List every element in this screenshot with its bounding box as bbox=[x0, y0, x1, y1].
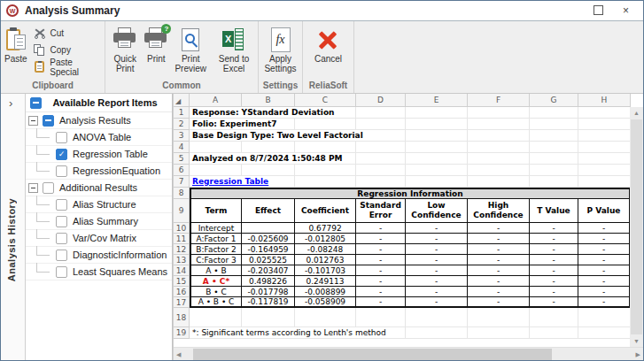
cell-F14[interactable]: - bbox=[468, 265, 530, 276]
cell-E7[interactable] bbox=[406, 176, 468, 188]
cell-D17[interactable]: - bbox=[356, 297, 406, 308]
cell-G4[interactable] bbox=[530, 142, 578, 153]
scroll-right-icon[interactable]: ▶ bbox=[636, 349, 640, 360]
checkbox-regressionequation[interactable] bbox=[56, 165, 67, 177]
cell-H15[interactable]: - bbox=[578, 276, 631, 287]
cell-H19[interactable] bbox=[578, 327, 631, 339]
cell-F2[interactable] bbox=[468, 119, 530, 130]
cell-H10[interactable]: - bbox=[578, 223, 631, 234]
cell-H17[interactable]: - bbox=[578, 297, 631, 308]
cell-E19[interactable] bbox=[406, 327, 468, 339]
checkbox-analysis-results[interactable] bbox=[43, 115, 54, 127]
cell-E1[interactable] bbox=[406, 107, 468, 119]
row-header-15[interactable]: 15 bbox=[174, 276, 190, 287]
cell-G6[interactable] bbox=[530, 165, 578, 176]
cell-D6[interactable] bbox=[356, 165, 406, 176]
cell-A12[interactable]: B:Factor 2 bbox=[190, 244, 242, 255]
cell-D15[interactable]: - bbox=[356, 276, 406, 287]
cell-F4[interactable] bbox=[468, 142, 530, 153]
cell-B18[interactable] bbox=[242, 308, 295, 327]
cell-F6[interactable] bbox=[468, 165, 530, 176]
send-to-excel-button[interactable]: X Send to Excel bbox=[212, 24, 256, 81]
checkbox-anova-table[interactable] bbox=[56, 132, 67, 143]
column-header-F[interactable]: F bbox=[468, 94, 530, 107]
collapse-expander-icon[interactable] bbox=[28, 116, 38, 126]
tree-item-var-cov-matrix[interactable]: Var/Cov Matrix bbox=[26, 230, 172, 247]
cut-button[interactable]: Cut bbox=[33, 26, 103, 41]
column-header-D[interactable]: D bbox=[356, 94, 406, 107]
column-header-H[interactable]: H bbox=[578, 94, 631, 107]
cell-F19[interactable] bbox=[468, 327, 530, 339]
cell-D2[interactable] bbox=[356, 119, 406, 130]
cell-F15[interactable]: - bbox=[468, 276, 530, 287]
print-button[interactable]: ? Print bbox=[143, 24, 169, 81]
cell-E15[interactable]: - bbox=[406, 276, 468, 287]
cell-F3[interactable] bbox=[468, 130, 530, 142]
cell-H1[interactable] bbox=[578, 107, 631, 119]
cell-A15[interactable]: A • C* bbox=[190, 276, 242, 287]
column-header-A[interactable]: A bbox=[190, 94, 242, 107]
cell-G19[interactable] bbox=[530, 327, 578, 339]
cell-G13[interactable]: - bbox=[530, 255, 578, 265]
row-header-17[interactable]: 17 bbox=[174, 297, 190, 308]
cell-E9[interactable]: Low Confidence bbox=[406, 199, 468, 223]
row-header-19[interactable]: 19 bbox=[174, 327, 190, 339]
cell-A2[interactable]: Folio: Experiment7 bbox=[190, 119, 242, 130]
row-header-9[interactable]: 9 bbox=[174, 199, 190, 223]
cell-H5[interactable] bbox=[578, 153, 631, 165]
row-header-1[interactable]: 1 bbox=[174, 107, 190, 119]
cell-H9[interactable]: P Value bbox=[578, 199, 631, 223]
cell-G17[interactable]: - bbox=[530, 297, 578, 308]
cell-E10[interactable]: - bbox=[406, 223, 468, 234]
tree-item-least-squares-means[interactable]: Least Squares Means bbox=[26, 264, 172, 280]
cell-C11[interactable]: -0.012805 bbox=[295, 234, 356, 244]
checkbox-alias-summary[interactable] bbox=[56, 216, 67, 227]
cell-D1[interactable] bbox=[356, 107, 406, 119]
cell-D9[interactable]: Standard Error bbox=[356, 199, 406, 223]
tree-item-additional-results[interactable]: Additional Results bbox=[26, 180, 172, 196]
cell-H2[interactable] bbox=[578, 119, 631, 130]
cell-E18[interactable] bbox=[406, 308, 468, 327]
row-header-12[interactable]: 12 bbox=[174, 244, 190, 255]
tree-item-alias-structure[interactable]: Alias Structure bbox=[26, 196, 172, 213]
cell-B17[interactable]: -0.117819 bbox=[242, 297, 295, 308]
cell-C13[interactable]: 0.012763 bbox=[295, 255, 356, 265]
cell-C4[interactable] bbox=[295, 142, 356, 153]
cell-G12[interactable]: - bbox=[530, 244, 578, 255]
cell-D12[interactable]: - bbox=[356, 244, 406, 255]
column-header-B[interactable]: B bbox=[242, 94, 295, 107]
tree-item-regression-table[interactable]: ✓Regression Table bbox=[26, 146, 172, 163]
regression-table-link[interactable]: Regression Table bbox=[190, 176, 272, 187]
row-header-10[interactable]: 10 bbox=[174, 223, 190, 234]
tree-item-alias-summary[interactable]: Alias Summary bbox=[26, 213, 172, 230]
cell-A4[interactable] bbox=[190, 142, 242, 153]
cell-H16[interactable]: - bbox=[578, 287, 631, 297]
cell-H4[interactable] bbox=[578, 142, 631, 153]
cell-E13[interactable]: - bbox=[406, 255, 468, 265]
cell-H14[interactable]: - bbox=[578, 265, 631, 276]
row-header-13[interactable]: 13 bbox=[174, 255, 190, 265]
tree-item-anova-table[interactable]: ANOVA Table bbox=[26, 129, 172, 146]
cell-A10[interactable]: Intercept bbox=[190, 223, 242, 234]
cell-C15[interactable]: 0.249113 bbox=[295, 276, 356, 287]
cell-D4[interactable] bbox=[356, 142, 406, 153]
cell-D13[interactable]: - bbox=[356, 255, 406, 265]
cell-G18[interactable] bbox=[530, 308, 578, 327]
cell-B6[interactable] bbox=[242, 165, 295, 176]
cell-H6[interactable] bbox=[578, 165, 631, 176]
cell-E5[interactable] bbox=[406, 153, 468, 165]
row-header-16[interactable]: 16 bbox=[174, 287, 190, 297]
tree-item-regressionequation[interactable]: RegressionEquation bbox=[26, 163, 172, 180]
cell-C17[interactable]: -0.058909 bbox=[295, 297, 356, 308]
cell-E3[interactable] bbox=[406, 130, 468, 142]
cell-H12[interactable]: - bbox=[578, 244, 631, 255]
close-button[interactable]: × bbox=[623, 5, 629, 16]
column-header-G[interactable]: G bbox=[530, 94, 578, 107]
cell-F17[interactable]: - bbox=[468, 297, 530, 308]
checkbox-var-cov-matrix[interactable] bbox=[56, 233, 67, 244]
cell-C12[interactable]: -0.08248 bbox=[295, 244, 356, 255]
horizontal-scrollbar-thumb[interactable] bbox=[193, 349, 552, 360]
cell-E6[interactable] bbox=[406, 165, 468, 176]
cell-B9[interactable]: Effect bbox=[242, 199, 295, 223]
cell-D16[interactable]: - bbox=[356, 287, 406, 297]
